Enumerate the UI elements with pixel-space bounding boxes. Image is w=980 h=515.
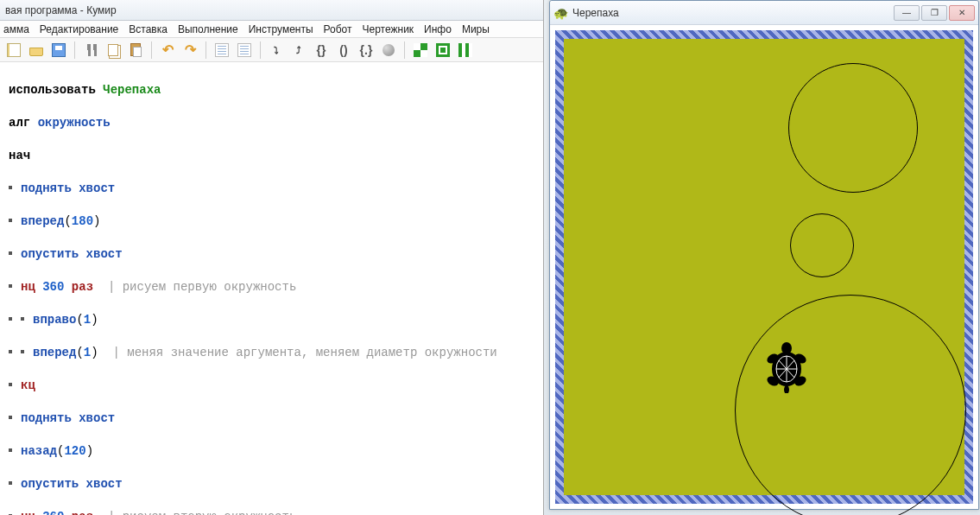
run-braces2-icon[interactable]: () <box>335 41 352 59</box>
num-180: 180 <box>72 214 93 228</box>
turtle-canvas-wrap <box>550 25 978 509</box>
cut-icon[interactable] <box>82 41 99 59</box>
format-lines-icon[interactable] <box>236 41 253 59</box>
turtle-titlebar[interactable]: 🐢 Черепаха — ❐ ✕ <box>550 1 978 25</box>
turtle-window-title: Черепаха <box>572 7 892 19</box>
circle-3 <box>735 295 966 515</box>
kw-endloop-1: кц <box>21 378 35 392</box>
cmd-penup-2: поднять хвост <box>21 411 115 425</box>
kumir-main-window: вая программа - Кумир амма Редактировани… <box>0 0 544 515</box>
undo-icon[interactable]: ↶ <box>159 41 176 59</box>
menu-tools[interactable]: Инструменты <box>249 23 313 35</box>
turtle-canvas[interactable] <box>555 30 973 504</box>
stop-icon[interactable] <box>380 41 397 59</box>
turtle-field <box>564 39 964 495</box>
run-braces1-icon[interactable]: {} <box>313 41 330 59</box>
turtle-sprite-icon <box>764 341 809 393</box>
svg-point-5 <box>784 385 789 393</box>
cmd-forward-2: вперед <box>33 346 76 359</box>
step-in-icon[interactable]: ⤵ <box>268 41 285 59</box>
close-button[interactable]: ✕ <box>949 5 975 21</box>
cmd-pendown-2: опустить хвост <box>21 477 123 491</box>
copy-icon[interactable] <box>104 41 122 59</box>
menu-edit[interactable]: Редактирование <box>40 23 118 35</box>
kw-use: использовать <box>9 83 96 97</box>
kw-alg: алг <box>9 116 30 130</box>
format-left-icon[interactable] <box>213 41 231 59</box>
paste-icon[interactable] <box>127 41 144 59</box>
kw-times-1: раз <box>72 280 93 294</box>
menu-run[interactable]: Выполнение <box>178 23 238 35</box>
id-turtle: Черепаха <box>103 83 161 97</box>
menu-worlds[interactable]: Миры <box>462 23 490 35</box>
cmd-right-1: вправо <box>33 313 76 327</box>
toolbar: ↶ ↷ ⤵ ⤴ {} () {.} <box>0 38 543 62</box>
num-360-2: 360 <box>42 510 64 515</box>
circle-2 <box>790 213 854 277</box>
save-icon[interactable] <box>50 41 67 59</box>
kw-times-2: раз <box>72 510 93 515</box>
menu-insert[interactable]: Вставка <box>129 23 168 35</box>
kw-begin: нач <box>9 149 30 162</box>
cmd-penup-1: поднять хвост <box>21 181 115 195</box>
menu-programma[interactable]: амма <box>3 23 29 35</box>
menu-robot[interactable]: Робот <box>324 23 352 35</box>
turtle-app-icon: 🐢 <box>553 6 567 20</box>
menu-bar: амма Редактирование Вставка Выполнение И… <box>0 21 543 38</box>
step-over-icon[interactable]: ⤴ <box>290 41 307 59</box>
cmd-back-1: назад <box>21 444 57 458</box>
num-1b: 1 <box>84 346 91 359</box>
kw-loop-1: нц <box>21 280 35 294</box>
id-circle: окружность <box>38 116 111 130</box>
code-editor[interactable]: использовать Черепаха алг окружность нач… <box>0 62 543 515</box>
main-titlebar: вая программа - Кумир <box>0 0 543 21</box>
num-360-1: 360 <box>42 280 64 294</box>
run-braces3-icon[interactable]: {.} <box>357 41 375 59</box>
num-120: 120 <box>64 444 85 458</box>
redo-icon[interactable]: ↷ <box>181 41 199 59</box>
maximize-button[interactable]: ❐ <box>921 5 947 21</box>
num-1a: 1 <box>84 313 91 327</box>
circle-1 <box>788 63 918 193</box>
main-window-title: вая программа - Кумир <box>5 4 117 16</box>
minimize-button[interactable]: — <box>894 5 920 21</box>
cmd-pendown-1: опустить хвост <box>21 247 123 261</box>
new-file-icon[interactable] <box>5 41 22 59</box>
grid2-icon[interactable] <box>434 41 452 59</box>
comment-3: рисуем вторую окружность <box>123 510 297 515</box>
cmd-forward-1: вперед <box>21 214 64 228</box>
open-file-icon[interactable] <box>28 41 45 59</box>
menu-draftsman[interactable]: Чертежник <box>363 23 414 35</box>
kw-loop-2: нц <box>21 510 35 515</box>
comment-1: рисуем первую окружность <box>123 280 297 294</box>
grid3-icon[interactable] <box>457 41 474 59</box>
grid1-icon[interactable] <box>412 41 429 59</box>
menu-info[interactable]: Инфо <box>424 23 452 35</box>
comment-2: меняя значение аргумента, меняем диаметр… <box>127 346 496 359</box>
turtle-window: 🐢 Черепаха — ❐ ✕ <box>549 0 979 510</box>
